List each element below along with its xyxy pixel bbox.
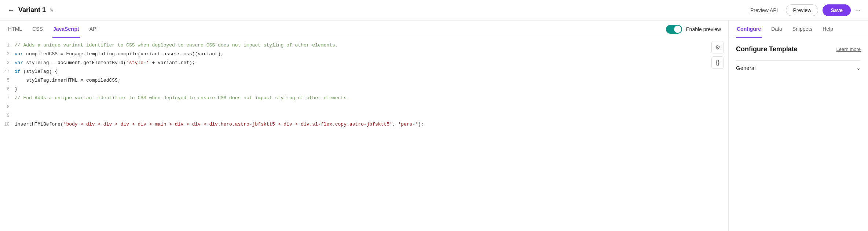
editor-section: HTML CSS JavaScript API Enable preview ⚙… (0, 21, 729, 231)
main-layout: HTML CSS JavaScript API Enable preview ⚙… (0, 21, 868, 231)
chevron-down-icon[interactable]: ⌄ (856, 64, 861, 71)
tab-help[interactable]: Help (822, 21, 834, 38)
enable-preview-area: Enable preview (666, 25, 721, 34)
line-content-9 (15, 112, 728, 120)
line-number-2: 2 (0, 50, 15, 58)
code-line-7: 7 // End Adds a unique variant identifie… (0, 94, 728, 103)
braces-icon-button[interactable]: {} (711, 56, 724, 69)
line-number-4: 4* (0, 68, 15, 76)
page-title: Variant 1 (18, 6, 46, 14)
tab-snippets[interactable]: Snippets (792, 21, 813, 38)
code-editor[interactable]: ⚙ {} 1 // Adds a unique variant identifi… (0, 38, 728, 231)
line-content-7: // End Adds a unique variant identifier … (15, 94, 728, 102)
tab-html[interactable]: HTML (7, 21, 23, 38)
code-line-4: 4* if (styleTag) { (0, 67, 728, 76)
line-content-1: // Adds a unique variant identifier to C… (15, 41, 728, 49)
configure-header: Configure Template Learn more (736, 45, 861, 53)
tab-data[interactable]: Data (770, 21, 783, 38)
line-content-4: if (styleTag) { (15, 68, 728, 76)
side-icons: ⚙ {} (711, 41, 724, 69)
code-line-8: 8 (0, 103, 728, 111)
settings-icon-button[interactable]: ⚙ (711, 41, 724, 53)
line-content-5: styleTag.innerHTML = compiledCSS; (15, 77, 728, 85)
line-number-8: 8 (0, 103, 15, 111)
line-content-3: var styleTag = document.getElementById('… (15, 59, 728, 67)
enable-preview-toggle[interactable] (666, 25, 682, 34)
line-content-10: insertHTMLBefore('body > div > div > div… (15, 120, 728, 128)
preview-button[interactable]: Preview (786, 4, 818, 16)
enable-preview-label: Enable preview (686, 26, 721, 32)
code-line-2: 2 var compiledCSS = Engage.templating.co… (0, 50, 728, 59)
tab-javascript[interactable]: JavaScript (52, 21, 80, 38)
code-line-9: 9 (0, 111, 728, 120)
right-panel: Configure Data Snippets Help Configure T… (729, 21, 868, 231)
general-label: General (736, 65, 755, 71)
tab-configure[interactable]: Configure (736, 21, 762, 38)
header-left: ← Variant 1 ✎ (7, 6, 742, 14)
right-tabs-bar: Configure Data Snippets Help (729, 21, 868, 38)
code-line-6: 6 } (0, 85, 728, 94)
editor-tabs-bar: HTML CSS JavaScript API Enable preview (0, 21, 728, 38)
line-number-10: 10 (0, 120, 15, 128)
line-content-8 (15, 103, 728, 111)
save-button[interactable]: Save (823, 4, 851, 16)
right-panel-body: Configure Template Learn more General ⌄ (729, 38, 868, 231)
learn-more-link[interactable]: Learn more (836, 46, 861, 52)
back-button[interactable]: ← (7, 6, 15, 14)
line-content-6: } (15, 85, 728, 93)
tab-css[interactable]: CSS (32, 21, 44, 38)
header-right: Preview API Preview Save ··· (747, 4, 861, 16)
line-content-2: var compiledCSS = Engage.templating.comp… (15, 50, 728, 58)
preview-api-button[interactable]: Preview API (747, 5, 781, 15)
edit-icon[interactable]: ✎ (50, 7, 54, 13)
line-number-3: 3 (0, 59, 15, 67)
tab-api[interactable]: API (89, 21, 99, 38)
more-options-button[interactable]: ··· (855, 6, 861, 14)
configure-template-title: Configure Template (736, 45, 798, 53)
code-line-1: 1 // Adds a unique variant identifier to… (0, 41, 728, 50)
header: ← Variant 1 ✎ Preview API Preview Save ·… (0, 0, 868, 21)
line-number-7: 7 (0, 94, 15, 102)
line-number-1: 1 (0, 41, 15, 49)
line-number-6: 6 (0, 85, 15, 93)
general-row: General ⌄ (736, 60, 861, 75)
line-number-5: 5 (0, 77, 15, 85)
line-number-9: 9 (0, 112, 15, 120)
code-line-10: 10 insertHTMLBefore('body > div > div > … (0, 120, 728, 129)
code-line-5: 5 styleTag.innerHTML = compiledCSS; (0, 76, 728, 85)
code-line-3: 3 var styleTag = document.getElementById… (0, 59, 728, 67)
